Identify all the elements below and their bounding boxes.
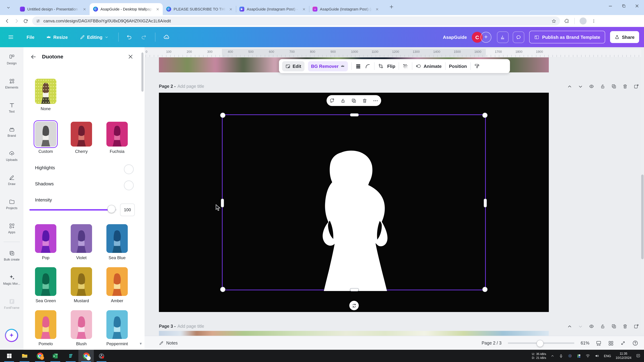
comments-button[interactable] <box>513 31 524 43</box>
forward-button[interactable] <box>12 16 21 25</box>
page-canvas[interactable] <box>159 93 549 312</box>
resize-handle-sw[interactable] <box>220 287 226 292</box>
sidebar-item-text[interactable]: Text <box>0 95 24 120</box>
mic-icon[interactable] <box>559 354 563 358</box>
duotone-custom-option[interactable]: Custom <box>35 122 56 154</box>
lock-icon[interactable] <box>340 98 346 103</box>
new-tab-button[interactable] <box>389 4 394 9</box>
resize-handle-n[interactable] <box>350 113 359 116</box>
crop-icon[interactable] <box>378 63 384 69</box>
extensions-icon[interactable] <box>564 18 570 23</box>
resize-handle-e[interactable] <box>484 199 487 207</box>
duotone-sea-green-option[interactable]: Sea Green <box>35 267 56 303</box>
delete-icon[interactable] <box>622 324 628 329</box>
scroll-down-icon[interactable]: ▼ <box>139 342 142 346</box>
duotone-violet-option[interactable]: Violet <box>71 224 92 260</box>
corner-rounding-icon[interactable] <box>365 63 371 69</box>
animate-button[interactable]: Animate <box>416 63 442 69</box>
resize-handle-se[interactable] <box>482 287 488 292</box>
move-up-icon[interactable] <box>567 324 572 329</box>
assistant-button[interactable] <box>5 329 18 342</box>
canvas-scrollbar-thumb[interactable] <box>641 175 644 259</box>
insights-button[interactable] <box>497 31 508 43</box>
cloud-save-icon[interactable] <box>163 34 170 40</box>
opera-tray-icon[interactable] <box>568 354 572 358</box>
add-page-title-input[interactable]: Add page title <box>178 324 204 329</box>
close-tab-icon[interactable] <box>155 7 160 11</box>
taskbar-explorer-icon[interactable] <box>17 350 32 362</box>
edit-image-button[interactable]: Edit <box>282 61 304 71</box>
add-page-icon[interactable] <box>634 324 639 329</box>
home-menu-icon[interactable] <box>8 34 14 40</box>
grid-view-icon[interactable] <box>608 340 614 346</box>
taskbar-win-icon[interactable] <box>2 350 17 362</box>
language-indicator[interactable]: ENG <box>604 354 611 358</box>
browser-profile-avatar[interactable] <box>580 17 586 24</box>
browser-tab-0[interactable]: Untitled design - Presentation <box>16 3 90 15</box>
panel-scrollbar[interactable] <box>142 52 144 92</box>
canvas-workspace[interactable]: 0100200300400500600700800900100011001200… <box>144 47 644 336</box>
sidebar-item-bulk-create[interactable]: Bulk create <box>0 243 24 268</box>
sidebar-item-design[interactable]: Design <box>0 47 24 71</box>
publish-brand-template-button[interactable]: Publish as Brand Template <box>529 31 605 43</box>
notifications-icon[interactable] <box>636 354 640 358</box>
browser-tab-4[interactable]: ≡AsapGuide (Instagram Post) (A4 <box>309 3 382 15</box>
move-up-icon[interactable] <box>567 84 572 89</box>
zoom-level[interactable]: 61% <box>581 341 590 346</box>
editing-mode-menu[interactable]: Editing <box>80 34 108 40</box>
position-button[interactable]: Position <box>449 63 467 69</box>
duotone-none-option[interactable]: None <box>35 79 56 111</box>
taskbar-chrome-active-icon[interactable] <box>78 350 94 362</box>
page3-thumbnail-strip[interactable] <box>159 331 549 336</box>
bookmark-star-icon[interactable] <box>551 18 556 23</box>
tab-search-chevron-icon[interactable] <box>6 5 10 10</box>
redo-button[interactable] <box>140 34 146 40</box>
resize-handle-nw[interactable] <box>220 113 226 118</box>
site-settings-icon[interactable] <box>36 18 40 23</box>
wifi-icon[interactable] <box>586 354 590 358</box>
clock[interactable]: 11:35 10/12/2024 <box>616 352 632 360</box>
duotone-peppermint-option[interactable]: Peppermint <box>106 310 128 346</box>
delete-icon[interactable] <box>362 98 368 103</box>
undo-button[interactable] <box>126 34 132 40</box>
minimize-icon[interactable] <box>608 4 612 8</box>
volume-icon[interactable] <box>595 354 600 358</box>
duotone-pomelo-option[interactable]: Pomelo <box>35 310 56 346</box>
hide-icon[interactable] <box>589 84 594 89</box>
browser-tab-2[interactable]: CPLEASE SUBSCRIBE TO THIS CH <box>163 3 236 15</box>
add-page-title-input[interactable]: Add page title <box>178 84 204 89</box>
sidebar-item-uploads[interactable]: Uploads <box>0 144 24 168</box>
file-menu[interactable]: File <box>26 34 34 40</box>
url-bar[interactable]: canva.com/design/DAGXFBBoiYg/0U8xD9Q6AHZ… <box>32 16 560 25</box>
close-tab-icon[interactable] <box>82 7 87 11</box>
close-tab-icon[interactable] <box>374 7 380 11</box>
shadows-color-swatch[interactable] <box>124 180 134 190</box>
zoom-slider[interactable] <box>508 343 574 344</box>
duotone-cherry-option[interactable]: Cherry <box>71 122 92 154</box>
close-panel-icon[interactable] <box>128 54 133 59</box>
intensity-slider[interactable] <box>30 209 116 211</box>
close-window-icon[interactable] <box>635 4 639 8</box>
duotone-mustard-option[interactable]: Mustard <box>71 267 92 303</box>
taskbar-chrome-fox-icon[interactable] <box>32 350 48 362</box>
highlights-color-swatch[interactable] <box>124 164 134 174</box>
reload-button[interactable] <box>21 16 30 25</box>
pages-view-icon[interactable] <box>596 340 602 346</box>
resize-handle-s[interactable] <box>350 288 359 291</box>
lock-icon[interactable] <box>600 84 606 89</box>
hide-icon[interactable] <box>589 324 594 329</box>
intensity-slider-thumb[interactable] <box>108 205 116 213</box>
sidebar-item-projects[interactable]: Projects <box>0 192 24 216</box>
canvas-scrollbar[interactable] <box>641 49 644 334</box>
intensity-value[interactable]: 100 <box>120 204 135 216</box>
rotate-handle[interactable] <box>349 301 359 310</box>
sidebar-item-draw[interactable]: Draw <box>0 168 24 192</box>
browser-tab-3[interactable]: ▶AsapGuide (Instagram Post) - Y <box>236 3 309 15</box>
duotone-sea-blue-option[interactable]: Sea Blue <box>106 224 128 260</box>
adjust-icon[interactable] <box>356 63 362 69</box>
back-icon[interactable] <box>30 54 36 60</box>
taskbar-excel-icon[interactable]: X <box>48 350 63 362</box>
sidebar-item-magic-mor-[interactable]: Magic Mor... <box>0 268 24 292</box>
taskbar-streamlabs-icon[interactable] <box>63 350 78 362</box>
duplicate-icon[interactable] <box>611 324 617 329</box>
